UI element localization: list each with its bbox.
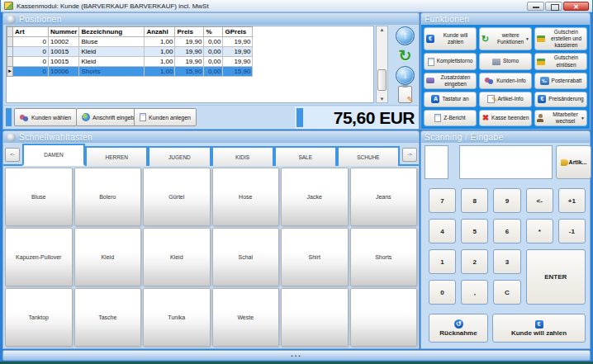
quick-item-guertel[interactable]: Gürtel — [143, 168, 211, 226]
button-label: Kunden wählen — [31, 115, 71, 121]
quick-item-weste[interactable]: Weste — [212, 288, 280, 347]
quick-item-kleid-2[interactable]: Kleid — [143, 228, 211, 286]
quick-item-schal[interactable]: Schal — [212, 228, 280, 286]
key-6[interactable]: 6 — [493, 219, 520, 243]
fn-komplettstorno-button[interactable]: Komplettstorno — [424, 53, 477, 69]
fn-artikel-info-button[interactable]: Artikel-Info — [479, 92, 532, 107]
fn-gutschein-einloesen-button[interactable]: Gutschein einlösen — [534, 53, 587, 69]
tab-damen[interactable]: DAMEN — [22, 144, 85, 166]
key-5[interactable]: 5 — [461, 219, 488, 243]
key-9[interactable]: 9 — [493, 188, 520, 213]
key-4[interactable]: 4 — [429, 219, 456, 243]
quick-item-tanktop[interactable]: Tanktop — [5, 288, 73, 347]
quick-item-shorts[interactable]: Shorts — [350, 228, 418, 286]
fn-storno-button[interactable]: Storno — [479, 53, 532, 69]
fn-label: Storno — [503, 58, 519, 64]
key-7[interactable]: 7 — [429, 188, 456, 213]
kunde-will-zahlen-button[interactable]: € Kunde will zahlen — [492, 314, 586, 343]
quick-item-jacke[interactable]: Jacke — [281, 168, 349, 226]
close-icon[interactable] — [563, 2, 589, 11]
key-clear[interactable]: C — [493, 280, 520, 305]
row-marker — [7, 37, 13, 47]
positionen-panel: Positionen Art Nummer Bezeichnung Anzahl… — [2, 12, 420, 130]
cell-prozent: 0,00 — [204, 47, 223, 57]
scroll-thumb[interactable] — [377, 69, 387, 91]
cell-prozent: 0,00 — [204, 37, 223, 47]
tab-kidis[interactable]: KIDIS — [211, 146, 274, 166]
tabs-scroll-left-button[interactable]: <- — [5, 148, 20, 162]
quick-item-empty-1[interactable] — [281, 288, 349, 347]
key-1[interactable]: 1 — [429, 249, 456, 274]
tabs-scroll-right-button[interactable]: -> — [402, 148, 417, 162]
key-0[interactable]: 0 — [429, 280, 456, 305]
cell-anzahl: 1,00 — [145, 47, 175, 57]
fn-kasse-beenden-button[interactable]: ✖ Kasse beenden — [479, 110, 532, 126]
key-plus-one[interactable]: +1 — [558, 188, 586, 213]
fn-label: Komplettstorno — [437, 58, 473, 64]
fn-preisaenderung-button[interactable]: € Preisänderung — [534, 92, 587, 107]
quick-item-jeans[interactable]: Jeans — [350, 168, 418, 226]
table-row-selected[interactable]: 0 10006 Shorts 1,00 15,90 0,00 15,90 — [7, 67, 253, 77]
kunden-waehlen-button[interactable]: Kunden wählen — [14, 108, 77, 126]
key-3[interactable]: 3 — [493, 249, 520, 274]
quick-item-empty-2[interactable] — [350, 288, 418, 347]
fn-tastatur-an-button[interactable]: A Tastatur an — [424, 92, 477, 107]
artikel-button[interactable]: Artik... — [556, 145, 591, 179]
quantity-input[interactable] — [425, 145, 448, 179]
quick-item-bolero[interactable]: Bolero — [74, 168, 142, 226]
fn-label: Postenrabatt — [552, 78, 582, 84]
fn-kunde-will-zahlen-button[interactable]: € Kunde will zahlen — [424, 27, 477, 50]
fn-zusatzdaten-button[interactable]: Zusatzdaten eingeben — [424, 73, 477, 89]
quick-item-tasche[interactable]: Tasche — [74, 288, 142, 347]
table-row[interactable]: 0 10015 Kleid 1,00 19,90 0,00 19,90 — [7, 47, 253, 57]
quick-item-bluse[interactable]: Bluse — [5, 168, 73, 226]
cell-art: 0 — [13, 37, 49, 47]
cell-preis: 19,90 — [175, 47, 204, 57]
fn-z-bericht-button[interactable]: Z-Bericht — [424, 110, 477, 126]
gear-icon — [7, 133, 16, 142]
key-8[interactable]: 8 — [461, 188, 488, 213]
tab-sale[interactable]: SALE — [274, 146, 337, 166]
col-anzahl: Anzahl — [145, 27, 175, 37]
table-row[interactable]: 0 10002 Bluse 1,00 19,90 0,00 19,90 — [7, 37, 253, 47]
quick-item-hose[interactable]: Hose — [212, 168, 280, 226]
key-multiply[interactable]: * — [526, 219, 553, 243]
scan-input[interactable] — [459, 145, 553, 179]
minimize-icon[interactable] — [527, 2, 544, 11]
kunden-anlegen-button[interactable]: Kunden anlegen — [134, 108, 197, 126]
tab-schuhe[interactable]: SCHUHE — [337, 146, 400, 166]
key-comma[interactable]: , — [461, 280, 488, 305]
key-minus-one[interactable]: -1 — [558, 219, 586, 243]
tab-herren[interactable]: HERREN — [85, 146, 148, 166]
quick-item-kapuzen-pullover[interactable]: Kapuzen-Pullover — [5, 228, 73, 286]
splitter-bar[interactable]: ... — [2, 350, 591, 361]
cell-bezeichnung: Shorts — [79, 67, 145, 77]
edit-note-icon[interactable] — [398, 86, 412, 103]
tab-jugend[interactable]: JUGEND — [148, 146, 211, 166]
positions-scrollbar[interactable]: ▲ ▼ — [376, 26, 388, 103]
positions-table[interactable]: Art Nummer Bezeichnung Anzahl Preis % GP… — [6, 26, 374, 103]
fn-kunden-info-button[interactable]: Kunden-Info — [479, 73, 532, 89]
quick-item-tunika[interactable]: Tunika — [143, 288, 211, 347]
enter-key[interactable]: ENTER — [526, 249, 586, 305]
refresh-icon[interactable]: ↻ — [396, 46, 415, 65]
fn-gutschein-erstellen-button[interactable]: Gutschein erstellen und kassieren — [534, 27, 587, 50]
fn-mitarbeiter-wechsel-button[interactable]: Mitarbeiter wechsel ▼ — [534, 110, 587, 126]
row-marker — [7, 47, 13, 57]
quick-item-kleid-1[interactable]: Kleid — [74, 228, 142, 286]
scroll-up-icon[interactable]: ▲ — [377, 27, 387, 32]
maximize-icon[interactable] — [545, 2, 562, 11]
artikel-button-label: Artik... — [569, 159, 587, 165]
scroll-down-icon[interactable]: ▼ — [377, 97, 387, 102]
quick-item-shirt[interactable]: Shirt — [281, 228, 349, 286]
key-backspace[interactable]: <- — [526, 188, 553, 213]
percent-icon: ‰ — [540, 77, 549, 85]
fn-postenrabatt-button[interactable]: ‰ Postenrabatt — [534, 73, 587, 89]
ruecknahme-button[interactable]: ↺ Rücknahme — [429, 314, 488, 343]
move-down-icon[interactable]: ↓ — [396, 66, 415, 85]
move-up-icon[interactable]: ↑ — [396, 26, 415, 45]
cell-gpreis: 19,90 — [223, 37, 253, 47]
key-2[interactable]: 2 — [461, 249, 488, 274]
fn-weitere-funktionen-button[interactable]: ↻ weitere Funktionen ▼ — [479, 27, 532, 50]
table-row[interactable]: 0 10015 Kleid 1,00 19,90 0,00 19,90 — [7, 57, 253, 67]
